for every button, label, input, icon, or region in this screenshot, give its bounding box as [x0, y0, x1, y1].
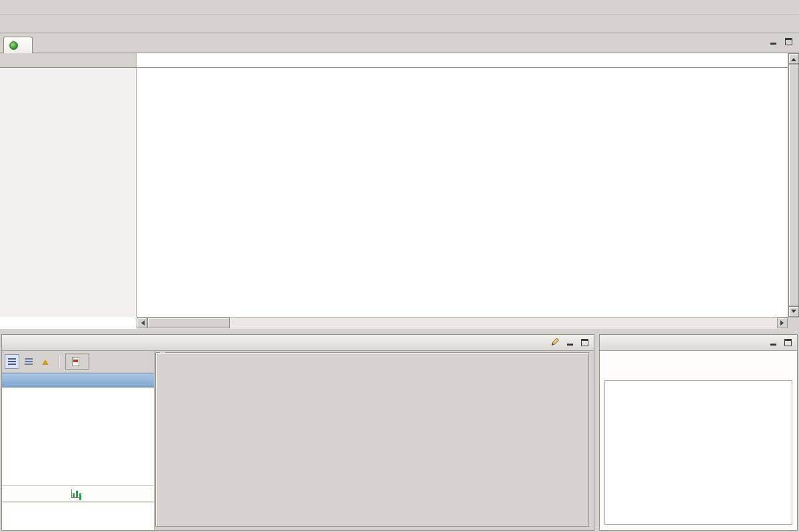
main-toolbar [0, 15, 799, 33]
results-group [155, 352, 589, 527]
analysis-footer-text [2, 502, 154, 530]
menubar [0, 0, 799, 15]
unguided-analysis-icon[interactable] [21, 354, 36, 369]
vertical-scroll-thumb[interactable] [788, 64, 799, 306]
gpu-usage-chart-icon [71, 489, 81, 498]
toolbar-separator [59, 356, 59, 368]
examine-gpu-usage-button[interactable] [2, 485, 154, 502]
properties-box [604, 380, 792, 525]
analysis-panel [1, 334, 594, 531]
nvvp-window [0, 0, 799, 329]
timeline-corner [0, 53, 137, 68]
bottom-panels [0, 329, 799, 532]
analysis-tab-bar [2, 335, 594, 351]
nvvp-session-icon [9, 41, 18, 50]
horizontal-scroll-thumb[interactable] [147, 318, 230, 328]
properties-tab-bar [600, 335, 797, 351]
scrollbar-corner [788, 317, 799, 329]
horizontal-scrollbar[interactable] [137, 317, 788, 329]
properties-content [600, 351, 797, 530]
analysis-guide-column [2, 351, 155, 530]
up-level-icon[interactable] [38, 354, 53, 369]
editor-window-buttons [770, 38, 792, 45]
properties-maximize-icon[interactable] [784, 339, 792, 346]
timeline-row-tree [0, 68, 137, 317]
minimize-icon[interactable] [770, 38, 777, 45]
analysis-toolbar [2, 351, 154, 373]
properties-panel [599, 334, 798, 531]
editor-tab-strip [0, 33, 799, 53]
analysis-stage-description [2, 388, 154, 485]
analysis-maximize-icon[interactable] [581, 339, 588, 346]
scroll-left-icon[interactable] [137, 318, 147, 328]
timeline-view [0, 53, 799, 329]
analysis-minimize-icon[interactable] [566, 339, 574, 346]
maximize-icon[interactable] [785, 38, 792, 45]
analysis-stage-title [2, 373, 154, 388]
scroll-right-icon[interactable] [777, 318, 788, 328]
scroll-down-icon[interactable] [788, 306, 799, 317]
export-pdf-report-button[interactable] [65, 354, 89, 370]
timeline-ruler[interactable] [137, 53, 788, 68]
session-tab[interactable] [3, 37, 33, 53]
pdf-icon [72, 357, 79, 366]
vertical-scrollbar[interactable] [788, 53, 799, 317]
properties-minimize-icon[interactable] [770, 339, 777, 346]
view-menu-icon[interactable] [550, 338, 559, 348]
properties-panel-buttons [770, 335, 797, 350]
timeline-canvas[interactable] [137, 68, 788, 317]
scroll-up-icon[interactable] [788, 53, 799, 64]
analysis-content [2, 351, 594, 530]
analysis-panel-buttons [550, 335, 594, 350]
guided-analysis-icon[interactable] [5, 354, 19, 369]
